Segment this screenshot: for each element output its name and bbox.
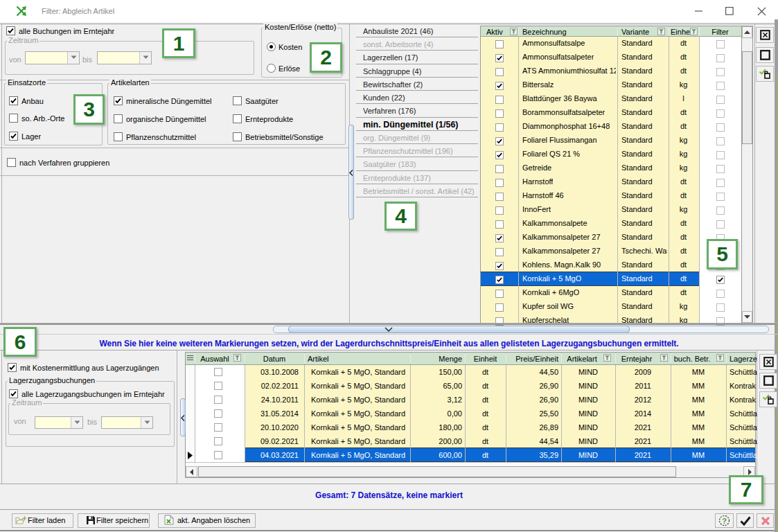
svg-text:?: ? bbox=[722, 517, 727, 525]
